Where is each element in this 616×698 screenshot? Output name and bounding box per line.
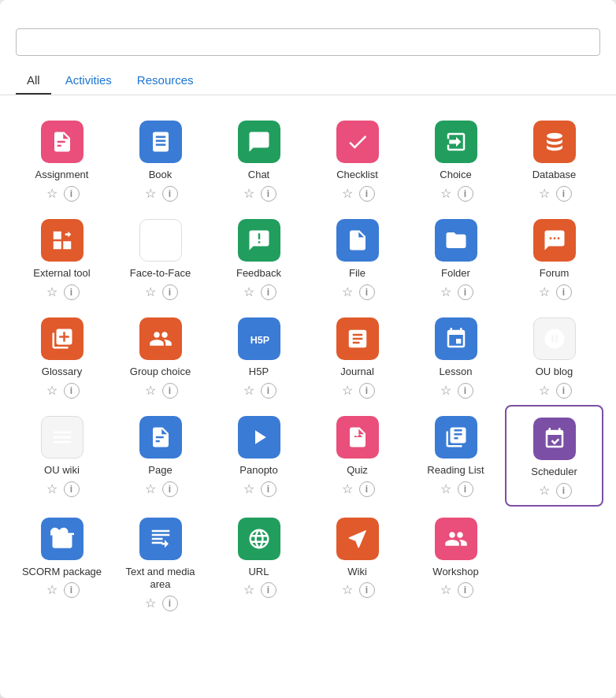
star-button-assignment[interactable]: ☆ bbox=[45, 187, 59, 201]
star-button-journal[interactable]: ☆ bbox=[340, 384, 354, 398]
info-button-panopto[interactable]: i bbox=[261, 481, 276, 497]
star-button-workshop[interactable]: ☆ bbox=[439, 583, 453, 597]
info-button-choice[interactable]: i bbox=[458, 186, 473, 202]
item-url[interactable]: URL☆i bbox=[210, 507, 308, 618]
item-chat[interactable]: Chat☆i bbox=[210, 110, 308, 208]
item-checklist[interactable]: Checklist☆i bbox=[308, 110, 406, 208]
info-button-ou-wiki[interactable]: i bbox=[64, 481, 80, 497]
star-button-ou-blog[interactable]: ☆ bbox=[537, 384, 551, 398]
item-scorm-package[interactable]: SCORM package☆i bbox=[13, 507, 111, 618]
star-button-checklist[interactable]: ☆ bbox=[340, 187, 354, 201]
info-button-glossary[interactable]: i bbox=[64, 383, 80, 399]
info-button-checklist[interactable]: i bbox=[359, 186, 375, 202]
star-button-h5p[interactable]: ☆ bbox=[242, 384, 256, 398]
tab-all[interactable]: All bbox=[16, 67, 51, 95]
item-actions-forum: ☆i bbox=[537, 284, 572, 300]
star-button-panopto[interactable]: ☆ bbox=[242, 482, 256, 496]
star-button-url[interactable]: ☆ bbox=[242, 583, 256, 597]
info-button-h5p[interactable]: i bbox=[261, 383, 276, 399]
info-button-url[interactable]: i bbox=[261, 582, 276, 598]
star-button-lesson[interactable]: ☆ bbox=[439, 384, 453, 398]
info-button-wiki[interactable]: i bbox=[359, 582, 375, 598]
star-button-reading-list[interactable]: ☆ bbox=[439, 482, 453, 496]
info-button-folder[interactable]: i bbox=[458, 284, 473, 300]
info-button-lesson[interactable]: i bbox=[458, 383, 473, 399]
info-button-database[interactable]: i bbox=[556, 186, 572, 202]
item-group-choice[interactable]: Group choice☆i bbox=[111, 306, 210, 405]
star-button-scorm-package[interactable]: ☆ bbox=[45, 583, 59, 597]
item-reading-list[interactable]: Reading List☆i bbox=[406, 405, 505, 507]
info-button-group-choice[interactable]: i bbox=[162, 383, 178, 399]
star-button-database[interactable]: ☆ bbox=[537, 187, 551, 201]
info-button-scorm-package[interactable]: i bbox=[64, 582, 80, 598]
item-choice[interactable]: Choice☆i bbox=[406, 110, 505, 208]
svg-point-1 bbox=[154, 233, 161, 239]
item-file[interactable]: File☆i bbox=[308, 208, 406, 306]
item-database[interactable]: Database☆i bbox=[505, 110, 603, 208]
item-lesson[interactable]: Lesson☆i bbox=[406, 306, 505, 405]
icon-box-book bbox=[139, 121, 182, 163]
item-text-media[interactable]: Text and media area☆i bbox=[111, 507, 210, 618]
item-glossary[interactable]: Glossary☆i bbox=[13, 306, 111, 405]
item-workshop[interactable]: Workshop☆i bbox=[406, 507, 505, 618]
info-button-file[interactable]: i bbox=[359, 284, 375, 300]
info-button-journal[interactable]: i bbox=[359, 383, 375, 399]
info-button-text-media[interactable]: i bbox=[162, 596, 178, 611]
info-button-forum[interactable]: i bbox=[556, 284, 572, 300]
info-button-reading-list[interactable]: i bbox=[458, 481, 473, 497]
star-button-chat[interactable]: ☆ bbox=[242, 187, 256, 201]
item-face-to-face[interactable]: Face-to-Face☆i bbox=[111, 208, 210, 306]
star-button-folder[interactable]: ☆ bbox=[439, 285, 453, 299]
info-button-quiz[interactable]: i bbox=[359, 481, 375, 497]
search-input[interactable] bbox=[16, 28, 600, 56]
icon-box-database bbox=[533, 121, 576, 163]
item-assignment[interactable]: Assignment☆i bbox=[13, 110, 111, 208]
star-button-wiki[interactable]: ☆ bbox=[340, 583, 354, 597]
item-external-tool[interactable]: External tool☆i bbox=[13, 208, 111, 306]
item-book[interactable]: Book☆i bbox=[111, 110, 210, 208]
item-wiki[interactable]: Wiki☆i bbox=[308, 507, 406, 618]
item-actions-lesson: ☆i bbox=[439, 383, 473, 399]
icon-box-face-to-face bbox=[139, 219, 182, 262]
item-h5p[interactable]: H5PH5P☆i bbox=[210, 306, 308, 405]
info-button-scheduler[interactable]: i bbox=[556, 483, 572, 499]
star-button-choice[interactable]: ☆ bbox=[439, 187, 453, 201]
close-button[interactable] bbox=[591, 14, 600, 17]
star-button-file[interactable]: ☆ bbox=[340, 285, 354, 299]
item-scheduler[interactable]: Scheduler☆i bbox=[505, 405, 603, 507]
star-button-face-to-face[interactable]: ☆ bbox=[143, 285, 158, 299]
item-ou-blog[interactable]: OU blog☆i bbox=[505, 306, 603, 405]
info-button-face-to-face[interactable]: i bbox=[162, 284, 178, 300]
star-button-feedback[interactable]: ☆ bbox=[242, 285, 256, 299]
tab-activities[interactable]: Activities bbox=[54, 67, 123, 95]
star-button-quiz[interactable]: ☆ bbox=[340, 482, 354, 496]
item-forum[interactable]: Forum☆i bbox=[505, 208, 603, 306]
tab-resources[interactable]: Resources bbox=[126, 67, 205, 95]
info-button-feedback[interactable]: i bbox=[261, 284, 276, 300]
info-button-workshop[interactable]: i bbox=[458, 582, 473, 598]
item-page[interactable]: Page☆i bbox=[111, 405, 210, 507]
item-journal[interactable]: Journal☆i bbox=[308, 306, 406, 405]
item-label-choice: Choice bbox=[440, 169, 471, 182]
star-button-ou-wiki[interactable]: ☆ bbox=[45, 482, 59, 496]
star-button-text-media[interactable]: ☆ bbox=[143, 596, 158, 611]
item-panopto[interactable]: Panopto☆i bbox=[210, 405, 308, 507]
info-button-page[interactable]: i bbox=[162, 481, 178, 497]
item-feedback[interactable]: Feedback☆i bbox=[210, 208, 308, 306]
item-actions-database: ☆i bbox=[537, 186, 572, 202]
item-ou-wiki[interactable]: OU wiki☆i bbox=[13, 405, 111, 507]
info-button-assignment[interactable]: i bbox=[64, 186, 80, 202]
star-button-book[interactable]: ☆ bbox=[143, 187, 158, 201]
star-button-glossary[interactable]: ☆ bbox=[45, 384, 59, 398]
star-button-group-choice[interactable]: ☆ bbox=[143, 384, 158, 398]
info-button-chat[interactable]: i bbox=[261, 186, 276, 202]
star-button-external-tool[interactable]: ☆ bbox=[45, 285, 59, 299]
item-folder[interactable]: Folder☆i bbox=[406, 208, 505, 306]
info-button-external-tool[interactable]: i bbox=[64, 284, 80, 300]
star-button-forum[interactable]: ☆ bbox=[537, 285, 551, 299]
item-quiz[interactable]: Quiz☆i bbox=[308, 405, 406, 507]
info-button-book[interactable]: i bbox=[162, 186, 178, 202]
star-button-scheduler[interactable]: ☆ bbox=[537, 484, 551, 498]
info-button-ou-blog[interactable]: i bbox=[556, 383, 572, 399]
star-button-page[interactable]: ☆ bbox=[143, 482, 158, 496]
